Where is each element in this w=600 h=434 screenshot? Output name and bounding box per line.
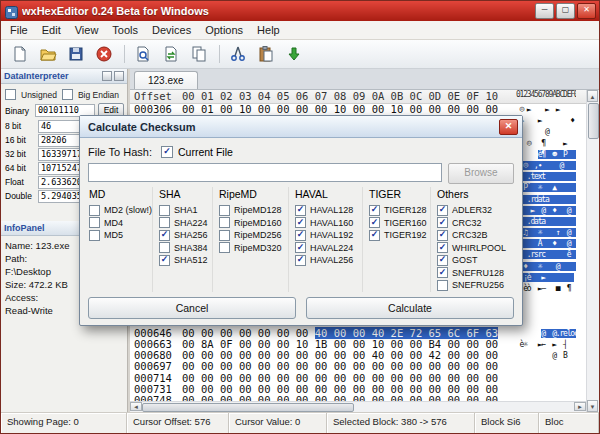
open-file-icon[interactable] [35,41,61,67]
checkbox-ripemd320[interactable] [219,242,230,253]
hex-text[interactable]: P` ☼ ▲ [516,182,576,193]
hex-text[interactable]: @ [516,126,576,137]
checksum-option-sha512[interactable]: ✓SHA512 [159,254,208,267]
scroll-down-icon[interactable]: ▼ [587,400,598,412]
menu-help[interactable]: Help [250,22,287,38]
checkbox-sha384[interactable] [159,242,170,253]
hex-text[interactable] [516,294,576,305]
hex-text[interactable]: ¡è ► [516,272,576,283]
vertical-scrollbar[interactable]: ▲ ▼ [586,90,599,412]
checkbox-tiger192[interactable]: ✓ [369,230,380,241]
find-icon[interactable] [130,41,156,67]
checkbox-haval160[interactable]: ✓ [295,217,306,228]
current-file-checkbox[interactable]: ✓ [161,146,173,158]
checkbox-whirlpool[interactable]: ✓ [437,242,448,253]
checkbox-sha256[interactable]: ✓ [159,230,170,241]
hex-text[interactable]: @ @.reloc [516,328,576,339]
current-file-option[interactable]: ✓ Current File [161,146,233,158]
close-icon[interactable]: ✕ [577,3,596,19]
checkbox-sha1[interactable] [159,205,170,216]
panel-close-icon[interactable] [114,71,124,81]
cancel-button[interactable]: Cancel [88,297,296,319]
tab-123-exe[interactable]: 123.exe [134,71,198,89]
checkbox-ripemd256[interactable] [219,230,230,241]
hex-bytes[interactable]: 00 00 00 00 00 00 00 00 00 00 00 00 00 0… [182,361,516,372]
cut-icon[interactable] [225,41,251,67]
menu-view[interactable]: View [68,22,106,38]
hex-text[interactable]: èò ►— ■ ¶ [516,283,576,294]
checkbox-ripemd128[interactable] [219,205,230,216]
menu-file[interactable]: File [3,22,35,38]
checksum-option-ripemd320[interactable]: RipeMD320 [219,242,284,255]
checksum-option-md2slow[interactable]: MD2 (slow!) [89,204,148,217]
hex-text[interactable]: ☺ ¶ ► [516,138,576,149]
hex-text[interactable]: ♦ ☼ @ [516,261,576,272]
menu-options[interactable]: Options [198,22,250,38]
checksum-option-ripemd160[interactable]: RipeMD160 [219,217,284,230]
hex-text[interactable]: ► @ ♦ @ [516,205,576,216]
unsigned-checkbox[interactable] [5,89,16,100]
checksum-option-crc32b[interactable]: ✓CRC32B [437,229,510,242]
file-path-input[interactable] [88,163,442,182]
big-endian-checkbox[interactable] [62,89,73,100]
checksum-option-snefru256[interactable]: SNEFRU256 [437,279,510,292]
checksum-option-tiger192[interactable]: ✓TIGER192 [369,229,426,242]
hscroll-track[interactable] [142,402,574,412]
checkbox-ripemd160[interactable] [219,217,230,228]
paste-icon[interactable] [253,41,279,67]
checksum-option-haval192[interactable]: ✓HAVAL192 [295,229,358,242]
save-file-icon[interactable] [63,41,89,67]
hex-text[interactable]: ☺ ,∙ @ [516,160,576,171]
hex-text[interactable] [516,361,576,372]
hex-text[interactable]: ♫ ☼ ↑ @ [516,227,576,238]
copy-icon[interactable] [186,41,212,67]
checkbox-snefru128[interactable]: ✓ [437,267,448,278]
hex-text[interactable]: À ♦ @ [516,238,576,249]
hex-text[interactable]: ☺ ► ► ► [516,104,576,115]
maximize-icon[interactable]: ▢ [556,3,575,19]
checksum-option-sha1[interactable]: SHA1 [159,204,208,217]
checksum-option-ripemd256[interactable]: RipeMD256 [219,229,284,242]
hex-text[interactable] [516,317,576,328]
checkbox-haval224[interactable]: ✓ [295,242,306,253]
data-interpreter-header[interactable]: DataInterpreter [1,69,127,84]
checkbox-tiger160[interactable]: ✓ [369,217,380,228]
checkbox-haval128[interactable]: ✓ [295,205,306,216]
hex-text[interactable]: ► ► ♦ [516,115,576,126]
checkbox-md2slow[interactable] [89,205,100,216]
menu-tools[interactable]: Tools [105,22,145,38]
checksum-option-whirlpool[interactable]: ✓WHIRLPOOL [437,242,510,255]
title-bar[interactable]: wxHexEditor 0.24 Beta for Windows ─ ▢ ✕ [1,1,599,21]
menu-edit[interactable]: Edit [35,22,68,38]
checkbox-haval256[interactable]: ✓ [295,255,306,266]
checksum-option-haval160[interactable]: ✓HAVAL160 [295,217,358,230]
checksum-option-sha256[interactable]: ✓SHA256 [159,229,208,242]
checksum-option-adler32[interactable]: ✓ADLER32 [437,204,510,217]
dialog-title-bar[interactable]: Calculate Checksum ✕ [80,116,522,138]
dialog-close-icon[interactable]: ✕ [499,119,518,135]
checkbox-tiger128[interactable]: ✓ [369,205,380,216]
hex-text[interactable] [516,305,576,316]
checkbox-haval192[interactable]: ✓ [295,230,306,241]
new-file-icon[interactable] [7,41,33,67]
scroll-left-icon[interactable]: ◄ [130,402,142,411]
checkbox-crc32[interactable]: ✓ [437,217,448,228]
checksum-option-ripemd128[interactable]: RipeMD128 [219,204,284,217]
checksum-option-crc32[interactable]: ✓CRC32 [437,217,510,230]
checkbox-gost[interactable]: ✓ [437,255,448,266]
close-file-icon[interactable] [91,41,117,67]
checksum-option-haval224[interactable]: ✓HAVAL224 [295,242,358,255]
horizontal-scrollbar[interactable]: ◄ ► [130,401,586,412]
checksum-option-md5[interactable]: MD5 [89,229,148,242]
checkbox-md4[interactable] [89,217,100,228]
hex-text[interactable]: .rsrc ê [516,249,576,260]
checksum-option-tiger160[interactable]: ✓TIGER160 [369,217,426,230]
checksum-option-haval128[interactable]: ✓HAVAL128 [295,204,358,217]
scroll-up-icon[interactable]: ▲ [587,90,598,102]
checkbox-sha224[interactable] [159,217,170,228]
checksum-option-snefru128[interactable]: ✓SNEFRU128 [437,267,510,280]
checksum-option-sha224[interactable]: SHA224 [159,217,208,230]
checksum-option-gost[interactable]: ✓GOST [437,254,510,267]
checkbox-crc32b[interactable]: ✓ [437,230,448,241]
hex-text[interactable]: è¶ ☻ P [516,149,576,160]
